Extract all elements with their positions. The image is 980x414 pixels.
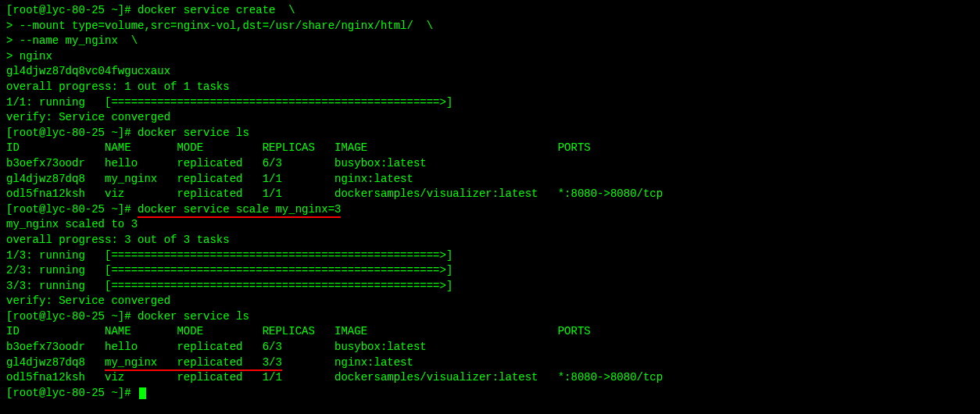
scaled-service-highlight: my_nginx replicated 3/3	[105, 356, 282, 371]
terminal-cursor[interactable]	[139, 387, 146, 399]
service-row: b3oefx73oodr hello replicated 6/3 busybo…	[6, 157, 427, 170]
table-row: gl4djwz87dq8 my_nginx replicated 3/3 ngi…	[6, 355, 974, 371]
terminal-line: 1/3: running [==========================…	[6, 248, 974, 264]
prompt-text: [root@lyc-80-25 ~]#	[6, 203, 138, 216]
service-row: b3oefx73oodr hello replicated 6/3 busybo…	[6, 341, 427, 353]
prompt-and-cmd: [root@lyc-80-25 ~]# docker service creat…	[6, 4, 295, 16]
terminal-line: [root@lyc-80-25 ~]# docker service ls	[6, 126, 974, 141]
service-row: odl5fna12ksh viz replicated 1/1 dockersa…	[6, 187, 663, 200]
terminal-line: overall progress: 3 out of 3 tasks	[6, 233, 974, 248]
task-progress: 2/3: running [==========================…	[6, 264, 452, 277]
terminal-line: [root@lyc-80-25 ~]# docker service creat…	[6, 3, 974, 19]
prompt-text: [root@lyc-80-25 ~]#	[6, 387, 138, 399]
service-rest: nginx:latest	[282, 356, 413, 369]
table-row: gl4djwz87dq8 my_nginx replicated 1/1 ngi…	[6, 172, 974, 187]
task-progress: 1/1: running [==========================…	[6, 96, 452, 109]
terminal-line: overall progress: 1 out of 1 tasks	[6, 80, 974, 95]
scale-command: docker service scale my_nginx=3	[138, 203, 341, 218]
terminal-line: verify: Service converged	[6, 294, 974, 309]
terminal-line: [root@lyc-80-25 ~]# docker service ls	[6, 309, 974, 325]
table-row: odl5fna12ksh viz replicated 1/1 dockersa…	[6, 370, 974, 386]
terminal-line: 3/3: running [==========================…	[6, 279, 974, 294]
terminal-line: > nginx	[6, 49, 974, 65]
service-id-output: gl4djwz87dq8vc04fwgucxaux	[6, 65, 170, 77]
terminal-line: my_nginx scaled to 3	[6, 217, 974, 233]
terminal-line: > --mount type=volume,src=nginx-vol,dst=…	[6, 19, 974, 34]
cmd-continuation: > nginx	[6, 50, 52, 62]
prompt-and-cmd: [root@lyc-80-25 ~]# docker service ls	[6, 310, 249, 323]
service-id: gl4djwz87dq8	[6, 356, 105, 369]
task-progress: 3/3: running [==========================…	[6, 280, 452, 292]
progress-output: overall progress: 1 out of 1 tasks	[6, 80, 230, 93]
terminal-line: 2/3: running [==========================…	[6, 263, 974, 279]
prompt-and-cmd: [root@lyc-80-25 ~]# docker service ls	[6, 127, 249, 139]
service-row: odl5fna12ksh viz replicated 1/1 dockersa…	[6, 371, 663, 384]
terminal-line: verify: Service converged	[6, 110, 974, 126]
terminal-line: gl4djwz87dq8vc04fwgucxaux	[6, 64, 974, 80]
table-row: odl5fna12ksh viz replicated 1/1 dockersa…	[6, 187, 974, 202]
scale-output: my_nginx scaled to 3	[6, 218, 138, 230]
table-header: ID NAME MODE REPLICAS IMAGE PORTS	[6, 141, 974, 156]
task-progress: 1/3: running [==========================…	[6, 249, 452, 262]
verify-output: verify: Service converged	[6, 111, 170, 123]
terminal-line: 1/1: running [==========================…	[6, 95, 974, 111]
terminal-line: [root@lyc-80-25 ~]# docker service scale…	[6, 202, 974, 218]
cmd-continuation: > --name my_nginx \	[6, 34, 138, 47]
table-header: ID NAME MODE REPLICAS IMAGE PORTS	[6, 324, 974, 340]
table-header-text: ID NAME MODE REPLICAS IMAGE PORTS	[6, 141, 591, 154]
service-row: gl4djwz87dq8 my_nginx replicated 1/1 ngi…	[6, 173, 413, 185]
table-row: b3oefx73oodr hello replicated 6/3 busybo…	[6, 156, 974, 172]
verify-output: verify: Service converged	[6, 294, 170, 307]
terminal-line: > --name my_nginx \	[6, 34, 974, 49]
progress-output: overall progress: 3 out of 3 tasks	[6, 234, 230, 246]
table-row: b3oefx73oodr hello replicated 6/3 busybo…	[6, 340, 974, 355]
terminal-line[interactable]: [root@lyc-80-25 ~]#	[6, 386, 974, 402]
table-header-text: ID NAME MODE REPLICAS IMAGE PORTS	[6, 325, 591, 337]
cmd-continuation: > --mount type=volume,src=nginx-vol,dst=…	[6, 20, 433, 32]
